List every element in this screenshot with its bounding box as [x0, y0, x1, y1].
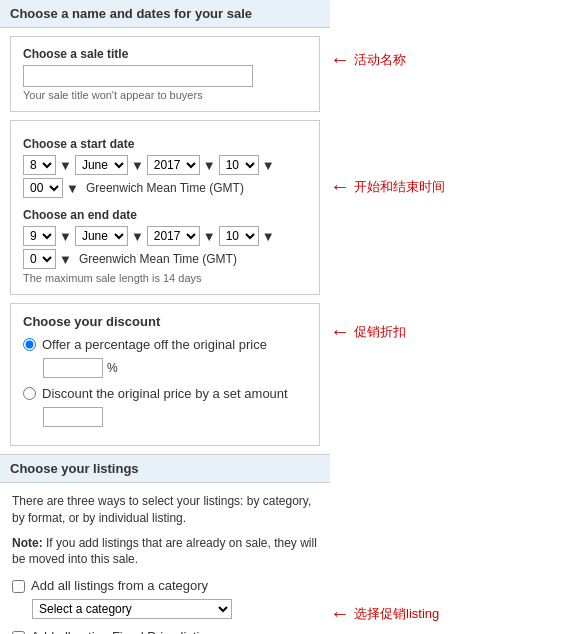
- discount-section: Choose your discount Offer a percentage …: [10, 303, 320, 446]
- discount-option2-input-row: [43, 407, 307, 427]
- sale-title-sublabel: Your sale title won't appear to buyers: [23, 89, 307, 101]
- start-gmt-text: Greenwich Mean Time (GMT): [86, 181, 244, 195]
- fixed-price-label: Add all active Fixed Price listings: [31, 629, 220, 634]
- end-date-section: Choose an end date 9 ▼ June ▼ 2017: [23, 208, 307, 284]
- annotation-sale-name: ← 活动名称: [330, 48, 406, 71]
- annotation-sale-name-text: 活动名称: [354, 51, 406, 69]
- note-text: If you add listings that are already on …: [12, 536, 317, 567]
- category-select-row: Select a category: [32, 599, 318, 619]
- listings-body: There are three ways to select your list…: [0, 483, 330, 634]
- percentage-input[interactable]: [43, 358, 103, 378]
- section-header-label: Choose a name and dates for your sale: [10, 6, 252, 21]
- set-amount-input[interactable]: [43, 407, 103, 427]
- end-date-label: Choose an end date: [23, 208, 307, 222]
- page-container: Choose a name and dates for your sale Ch…: [0, 0, 573, 634]
- sale-title-input[interactable]: [23, 65, 253, 87]
- annotation-select-listing-text: 选择促销listing: [354, 605, 439, 623]
- section-header-name-dates: Choose a name and dates for your sale: [0, 0, 330, 28]
- discount-header: Choose your discount: [23, 314, 307, 329]
- listings-intro: There are three ways to select your list…: [12, 493, 318, 527]
- fixed-price-checkbox-row: Add all active Fixed Price listings: [12, 629, 318, 634]
- discount-option2-radio[interactable]: [23, 387, 36, 400]
- category-checkbox[interactable]: [12, 580, 25, 593]
- start-day-select[interactable]: 89: [23, 155, 56, 175]
- end-day-select[interactable]: 9: [23, 226, 56, 246]
- start-minute-select[interactable]: 00: [23, 178, 63, 198]
- annotation-discount: ← 促销折扣: [330, 320, 406, 343]
- discount-option1-radio[interactable]: [23, 338, 36, 351]
- discount-option2-row: Discount the original price by a set amo…: [23, 386, 307, 401]
- start-date-row: 89 ▼ June ▼ 2017 ▼ 10: [23, 155, 307, 198]
- end-hour-select[interactable]: 10: [219, 226, 259, 246]
- listings-section-header: Choose your listings: [0, 454, 330, 483]
- start-date-section: Choose a start date 89 ▼ June ▼ 2017: [23, 137, 307, 198]
- start-date-label: Choose a start date: [23, 137, 307, 151]
- arrow-sale-name: ←: [330, 48, 350, 71]
- end-gmt-text: Greenwich Mean Time (GMT): [79, 252, 237, 266]
- end-minute-select[interactable]: 0: [23, 249, 56, 269]
- start-month-select[interactable]: June: [75, 155, 128, 175]
- arrow-select-listing: ←: [330, 602, 350, 625]
- discount-option1-input-row: %: [43, 358, 307, 378]
- end-year-select[interactable]: 2017: [147, 226, 200, 246]
- sale-title-label: Choose a sale title: [23, 47, 307, 61]
- sale-title-form: Choose a sale title Your sale title won'…: [10, 36, 320, 112]
- annotation-select-listing: ← 选择促销listing: [330, 602, 439, 625]
- arrow-discount: ←: [330, 320, 350, 343]
- discount-option1-label: Offer a percentage off the original pric…: [42, 337, 267, 352]
- category-checkbox-row: Add all listings from a category: [12, 578, 318, 593]
- discount-option1-row: Offer a percentage off the original pric…: [23, 337, 307, 352]
- category-select[interactable]: Select a category: [32, 599, 232, 619]
- annotation-dates-text: 开始和结束时间: [354, 178, 445, 196]
- end-month-select[interactable]: June: [75, 226, 128, 246]
- end-date-row: 9 ▼ June ▼ 2017 ▼ 10: [23, 226, 307, 269]
- dates-form: Choose a start date 89 ▼ June ▼ 2017: [10, 120, 320, 295]
- discount-option2-label: Discount the original price by a set amo…: [42, 386, 288, 401]
- listings-header-label: Choose your listings: [10, 461, 139, 476]
- annotation-discount-text: 促销折扣: [354, 323, 406, 341]
- annotation-dates: ← 开始和结束时间: [330, 175, 445, 198]
- category-option-label: Add all listings from a category: [31, 578, 208, 593]
- listings-note: Note: If you add listings that are alrea…: [12, 535, 318, 569]
- start-hour-select[interactable]: 10: [219, 155, 259, 175]
- arrow-dates: ←: [330, 175, 350, 198]
- max-sale-note: The maximum sale length is 14 days: [23, 272, 307, 284]
- percent-sign: %: [107, 361, 118, 375]
- start-year-select[interactable]: 2017: [147, 155, 200, 175]
- note-bold: Note:: [12, 536, 43, 550]
